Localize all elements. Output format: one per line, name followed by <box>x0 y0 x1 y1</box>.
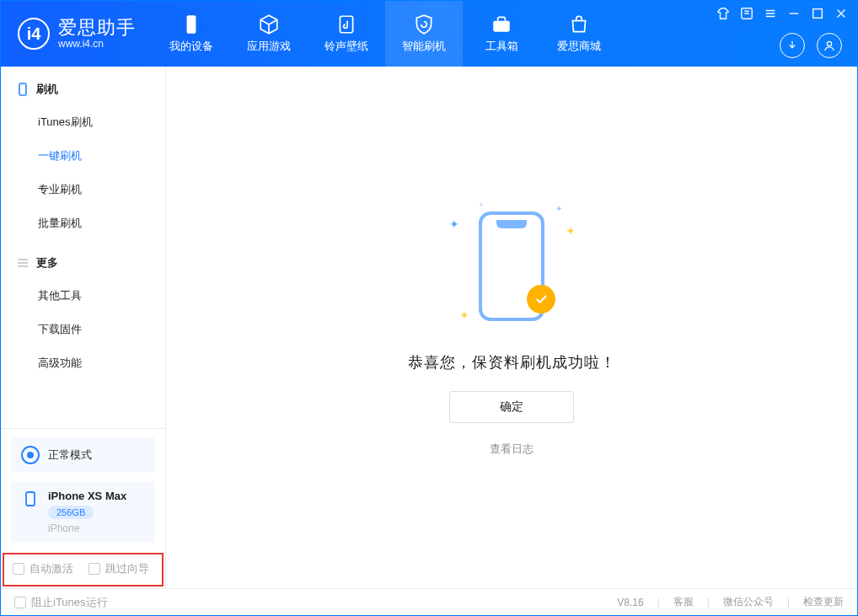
svg-rect-4 <box>813 9 823 19</box>
bag-icon <box>568 13 590 35</box>
sparkle-icon: ✦ <box>449 217 459 231</box>
group-title: 更多 <box>36 255 58 271</box>
minimize-icon[interactable] <box>786 6 802 21</box>
tab-label: 智能刷机 <box>402 39 446 54</box>
tab-label: 铃声壁纸 <box>324 39 368 54</box>
svg-rect-2 <box>493 21 510 32</box>
download-button[interactable] <box>780 33 805 58</box>
mode-card[interactable]: 正常模式 <box>11 437 155 473</box>
phone-icon <box>16 83 29 96</box>
header-tabs: 我的设备 应用游戏 铃声壁纸 智能刷机 工具箱 爱思商城 <box>153 1 618 67</box>
success-message: 恭喜您，保资料刷机成功啦！ <box>408 352 616 372</box>
tab-apps-games[interactable]: 应用游戏 <box>230 1 308 67</box>
checkbox-label: 自动激活 <box>29 561 73 576</box>
account-button[interactable] <box>817 33 842 58</box>
cube-icon <box>258 13 280 35</box>
music-file-icon <box>335 13 357 35</box>
tab-store[interactable]: 爱思商城 <box>540 1 618 67</box>
tab-ringtone-wallpaper[interactable]: 铃声壁纸 <box>308 1 385 67</box>
activation-options: 自动激活 跳过向导 <box>1 551 165 588</box>
sidebar-bottom: 正常模式 iPhone XS Max 256GB iPhone 自动激活 <box>1 428 165 588</box>
footer-link-wechat[interactable]: 微信公众号 <box>723 595 774 609</box>
group-title: 刷机 <box>36 82 58 97</box>
sparkle-icon: ✦ <box>555 204 562 213</box>
window-controls <box>716 6 849 21</box>
sidebar-group-flash: 刷机 <box>1 67 165 105</box>
app-window: i4 爱思助手 www.i4.cn 我的设备 应用游戏 铃声壁纸 智能刷机 <box>0 0 858 616</box>
tab-smart-flash[interactable]: 智能刷机 <box>385 1 463 67</box>
checkbox-box <box>14 597 26 608</box>
footer: 阻止iTunes运行 V8.16 | 客服 | 微信公众号 | 检查更新 <box>1 588 857 615</box>
footer-link-update[interactable]: 检查更新 <box>803 595 844 609</box>
checkbox-auto-activate[interactable]: 自动激活 <box>13 561 73 576</box>
device-storage-badge: 256GB <box>48 506 94 519</box>
logo: i4 爱思助手 www.i4.cn <box>1 1 153 67</box>
sidebar-item-pro-flash[interactable]: 专业刷机 <box>1 173 165 206</box>
maximize-icon[interactable] <box>810 6 825 21</box>
main-content: ✦ ✦ ✦ ✦ ✦ 恭喜您，保资料刷机成功啦！ 确定 查看日志 <box>166 67 857 588</box>
tab-label: 工具箱 <box>485 39 518 54</box>
device-card-icon <box>21 490 40 508</box>
brand-subtitle: www.i4.cn <box>58 39 136 50</box>
sidebar-item-download-firmware[interactable]: 下载固件 <box>1 313 165 346</box>
shield-sync-icon <box>413 13 435 35</box>
svg-rect-7 <box>26 492 35 506</box>
sidebar-item-advanced[interactable]: 高级功能 <box>1 346 165 380</box>
device-type: iPhone <box>48 522 126 534</box>
svg-rect-0 <box>187 15 196 34</box>
checkbox-block-itunes[interactable]: 阻止iTunes运行 <box>14 595 108 610</box>
tab-label: 我的设备 <box>169 39 213 54</box>
device-name: iPhone XS Max <box>48 490 126 502</box>
tab-toolbox[interactable]: 工具箱 <box>463 1 540 67</box>
brand-title: 爱思助手 <box>58 18 136 38</box>
header: i4 爱思助手 www.i4.cn 我的设备 应用游戏 铃声壁纸 智能刷机 <box>1 1 857 67</box>
device-icon <box>180 13 202 35</box>
footer-link-support[interactable]: 客服 <box>673 595 694 609</box>
view-log-link[interactable]: 查看日志 <box>490 442 534 457</box>
svg-point-5 <box>827 41 831 46</box>
menu-icon[interactable] <box>763 6 778 21</box>
sparkle-icon: ✦ <box>478 201 485 209</box>
version-label: V8.16 <box>617 597 643 608</box>
checkbox-box <box>88 563 100 575</box>
tab-my-device[interactable]: 我的设备 <box>153 1 230 67</box>
body: 刷机 iTunes刷机 一键刷机 专业刷机 批量刷机 更多 其他工具 下载固件 … <box>1 67 857 588</box>
svg-rect-6 <box>19 83 26 95</box>
success-check-icon <box>527 285 555 313</box>
sidebar-item-other-tools[interactable]: 其他工具 <box>1 279 165 313</box>
logo-icon: i4 <box>18 18 50 50</box>
mode-icon <box>21 446 40 464</box>
sidebar-item-itunes-flash[interactable]: iTunes刷机 <box>1 105 165 139</box>
ok-button[interactable]: 确定 <box>449 391 574 423</box>
sidebar-item-batch-flash[interactable]: 批量刷机 <box>1 206 165 240</box>
checkbox-label: 跳过向导 <box>105 561 149 576</box>
device-card[interactable]: iPhone XS Max 256GB iPhone <box>11 481 155 543</box>
tab-label: 应用游戏 <box>247 39 291 54</box>
svg-rect-1 <box>340 16 352 33</box>
close-icon[interactable] <box>834 6 849 21</box>
success-illustration: ✦ ✦ ✦ ✦ ✦ <box>444 199 579 334</box>
sidebar: 刷机 iTunes刷机 一键刷机 专业刷机 批量刷机 更多 其他工具 下载固件 … <box>1 67 166 588</box>
tab-label: 爱思商城 <box>557 39 601 54</box>
header-right <box>780 33 842 58</box>
skin-icon[interactable] <box>716 6 731 21</box>
checkbox-skip-guide[interactable]: 跳过向导 <box>88 561 149 576</box>
checkbox-label: 阻止iTunes运行 <box>31 595 108 610</box>
feedback-icon[interactable] <box>739 6 754 21</box>
checkbox-box <box>13 563 24 575</box>
more-icon <box>16 256 29 270</box>
sidebar-item-oneclick-flash[interactable]: 一键刷机 <box>1 139 165 173</box>
toolbox-icon <box>491 13 512 35</box>
sidebar-group-more: 更多 <box>1 240 165 279</box>
sparkle-icon: ✦ <box>459 308 469 322</box>
sparkle-icon: ✦ <box>566 224 576 238</box>
mode-label: 正常模式 <box>48 447 92 463</box>
